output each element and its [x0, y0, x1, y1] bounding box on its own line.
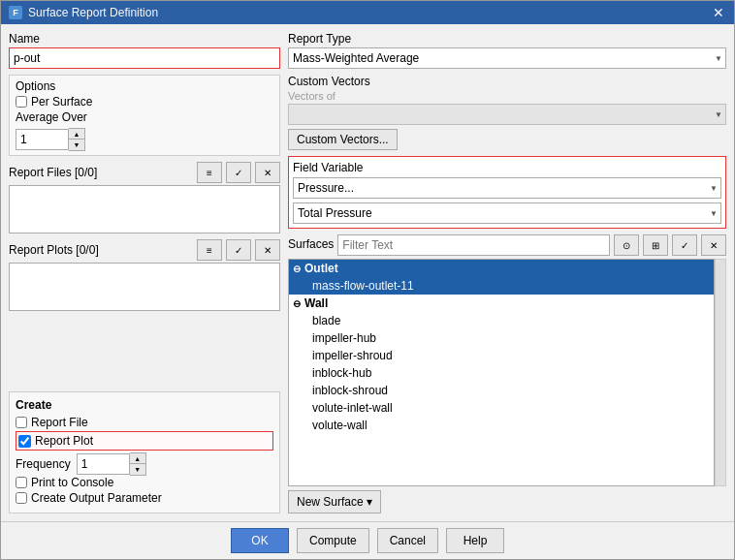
frequency-down-button[interactable]: ▼	[130, 464, 145, 475]
vectors-of-container: Vectors of	[288, 90, 726, 125]
left-panel: Name Options Per Surface Average Over ▲	[9, 32, 280, 513]
report-files-list-btn[interactable]: ≡	[197, 162, 222, 183]
surfaces-check-btn[interactable]: ✓	[672, 234, 697, 256]
close-button[interactable]: ✕	[711, 5, 726, 20]
print-to-console-label: Print to Console	[31, 476, 113, 489]
surfaces-label: Surfaces	[288, 237, 334, 251]
frequency-input[interactable]	[77, 453, 130, 475]
compute-button[interactable]: Compute	[297, 528, 369, 553]
surfaces-x-btn[interactable]: ✕	[701, 234, 726, 256]
title-bar: F Surface Report Definition ✕	[1, 1, 734, 24]
report-files-label: Report Files [0/0]	[9, 166, 193, 179]
outlet-group: ⊖ Outlet mass-flow-outlet-11	[289, 260, 714, 295]
ok-button[interactable]: OK	[231, 528, 289, 553]
surfaces-filter-btn[interactable]: ⊙	[614, 234, 639, 256]
wall-group-header[interactable]: ⊖ Wall	[289, 295, 714, 312]
surface-item-blade[interactable]: blade	[289, 312, 714, 329]
right-panel: Report Type Mass-Weighted Average Custom…	[288, 32, 726, 513]
create-label: Create	[16, 398, 273, 412]
report-files-check-btn[interactable]: ✓	[226, 162, 251, 183]
surface-item-impeller-hub[interactable]: impeller-hub	[289, 329, 714, 347]
create-output-param-row: Create Output Parameter	[16, 491, 273, 505]
report-type-dropdown[interactable]: Mass-Weighted Average	[288, 47, 726, 69]
report-files-section: Report Files [0/0] ≡ ✓ ✕	[9, 162, 280, 233]
wall-collapse-icon: ⊖	[293, 298, 301, 309]
surfaces-header: Surfaces ⊙ ⊞ ✓ ✕	[288, 234, 726, 256]
vectors-of-dropdown[interactable]	[288, 104, 726, 125]
create-section: Create Report File Report Plot Frequency…	[9, 391, 280, 513]
report-plots-list-btn[interactable]: ≡	[197, 239, 222, 261]
surface-item-inblock-shroud[interactable]: inblock-shroud	[289, 382, 714, 399]
footer: OK Compute Cancel Help	[1, 521, 734, 559]
report-plots-x-btn[interactable]: ✕	[255, 239, 280, 261]
custom-vectors-section: Custom Vectors Vectors of Custom Vectors…	[288, 75, 726, 150]
per-surface-label: Per Surface	[31, 95, 92, 109]
report-file-checkbox[interactable]	[16, 417, 27, 428]
surface-item-volute-wall[interactable]: volute-wall	[289, 417, 714, 434]
surfaces-list[interactable]: ⊖ Outlet mass-flow-outlet-11 ⊖ Wall blad	[288, 259, 715, 486]
surfaces-list-container: ⊖ Outlet mass-flow-outlet-11 ⊖ Wall blad	[288, 259, 726, 486]
vectors-of-label: Vectors of	[288, 90, 726, 102]
report-type-label: Report Type	[288, 32, 726, 46]
field-variable-select2[interactable]: Total Pressure	[293, 202, 721, 224]
report-plots-list	[9, 263, 280, 311]
frequency-label: Frequency	[16, 457, 71, 471]
average-over-section: Average Over ▲ ▼	[16, 110, 273, 151]
surface-report-dialog: F Surface Report Definition ✕ Name Optio…	[0, 0, 735, 560]
report-file-label: Report File	[31, 416, 88, 429]
per-surface-checkbox[interactable]	[16, 96, 27, 108]
report-plots-section: Report Plots [0/0] ≡ ✓ ✕	[9, 239, 280, 311]
report-plot-checkbox[interactable]	[18, 435, 31, 448]
surface-item-mass-flow-outlet[interactable]: mass-flow-outlet-11	[289, 277, 714, 295]
report-files-list	[9, 185, 280, 233]
outlet-group-name: Outlet	[304, 262, 338, 275]
print-to-console-row: Print to Console	[16, 476, 273, 489]
frequency-spinner: ▲ ▼	[130, 452, 146, 476]
field-variable-select1[interactable]: Pressure...	[293, 177, 721, 199]
field-variable-dropdown1[interactable]: Pressure...	[293, 177, 721, 199]
average-over-label: Average Over	[16, 110, 273, 124]
name-input[interactable]	[9, 47, 280, 69]
spinner-down-button[interactable]: ▼	[69, 140, 84, 150]
surfaces-section: Surfaces ⊙ ⊞ ✓ ✕ ⊖ Outlet	[288, 234, 726, 513]
name-section: Name	[9, 32, 280, 69]
scrollbar[interactable]	[715, 259, 726, 486]
vectors-of-select[interactable]	[288, 104, 726, 125]
field-variable-dropdown2[interactable]: Total Pressure	[293, 202, 721, 224]
surfaces-sort-btn[interactable]: ⊞	[643, 234, 668, 256]
outlet-group-header[interactable]: ⊖ Outlet	[289, 260, 714, 277]
report-files-x-btn[interactable]: ✕	[255, 162, 280, 183]
create-output-param-label: Create Output Parameter	[31, 491, 162, 505]
app-icon: F	[9, 6, 22, 19]
report-file-row: Report File	[16, 416, 273, 429]
main-content: Name Options Per Surface Average Over ▲	[1, 24, 734, 521]
average-over-spinner: ▲ ▼	[69, 128, 85, 151]
field-variable-section: Field Variable Pressure... Total Pressur…	[288, 156, 726, 229]
surface-item-volute-inlet-wall[interactable]: volute-inlet-wall	[289, 399, 714, 417]
report-plots-check-btn[interactable]: ✓	[226, 239, 251, 261]
report-plot-label: Report Plot	[35, 434, 93, 448]
surfaces-filter-input[interactable]	[337, 234, 610, 256]
create-output-param-checkbox[interactable]	[16, 492, 27, 504]
surface-item-inblock-hub[interactable]: inblock-hub	[289, 364, 714, 382]
wall-group: ⊖ Wall blade impeller-hub impeller-shrou…	[289, 295, 714, 434]
help-button[interactable]: Help	[446, 528, 504, 553]
new-surface-button[interactable]: New Surface ▾	[288, 490, 381, 513]
surface-item-impeller-shroud[interactable]: impeller-shroud	[289, 347, 714, 364]
cancel-button[interactable]: Cancel	[377, 528, 438, 553]
report-type-select[interactable]: Mass-Weighted Average	[288, 47, 726, 69]
outlet-collapse-icon: ⊖	[293, 264, 301, 274]
custom-vectors-button[interactable]: Custom Vectors...	[288, 129, 398, 150]
frequency-up-button[interactable]: ▲	[130, 453, 145, 464]
options-label: Options	[16, 79, 273, 93]
report-plots-label: Report Plots [0/0]	[9, 243, 193, 257]
dialog-title: Surface Report Definition	[28, 6, 158, 19]
custom-vectors-label: Custom Vectors	[288, 75, 726, 88]
print-to-console-checkbox[interactable]	[16, 477, 27, 488]
wall-group-name: Wall	[304, 296, 328, 310]
report-type-section: Report Type Mass-Weighted Average	[288, 32, 726, 69]
average-over-input[interactable]	[16, 129, 69, 150]
name-label: Name	[9, 32, 280, 46]
spinner-up-button[interactable]: ▲	[69, 129, 84, 140]
frequency-row: Frequency ▲ ▼	[16, 452, 273, 476]
